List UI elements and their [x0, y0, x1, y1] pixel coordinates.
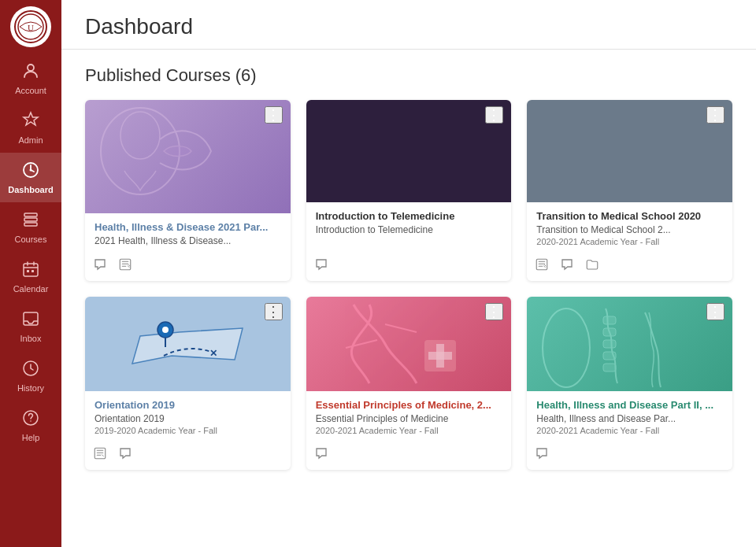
sidebar-item-dashboard[interactable]: Dashboard	[0, 153, 61, 202]
svg-rect-27	[428, 352, 452, 360]
svg-point-17	[120, 112, 160, 159]
course-1-actions	[85, 253, 291, 281]
svg-point-23	[162, 327, 169, 333]
calendar-icon	[21, 260, 40, 282]
course-1-title[interactable]: Health, Illness & Disease 2021 Par...	[94, 221, 281, 233]
svg-point-3	[28, 65, 34, 71]
course-4-info: Orientation 2019 Orientation 2019 2019-2…	[85, 391, 291, 442]
course-4-actions	[85, 442, 291, 470]
sidebar-item-courses-label: Courses	[15, 235, 47, 244]
sidebar-item-help[interactable]: Help	[0, 401, 61, 450]
inbox-icon	[21, 309, 40, 331]
course-2-title[interactable]: Introduction to Telemedicine	[316, 210, 502, 222]
page-header: Dashboard	[61, 0, 756, 50]
course-1-info: Health, Illness & Disease 2021 Par... 20…	[85, 213, 291, 253]
courses-icon	[21, 210, 40, 232]
svg-text:✕: ✕	[209, 348, 217, 359]
svg-rect-6	[24, 213, 37, 216]
svg-point-5	[30, 169, 32, 172]
course-2-info: Introduction to Telemedicine Introductio…	[306, 202, 512, 253]
svg-rect-33	[603, 364, 616, 371]
university-logo: U	[10, 6, 51, 47]
course-2-comment-icon[interactable]	[314, 257, 328, 275]
course-thumb-6: ⋮	[527, 297, 732, 391]
sidebar-item-account[interactable]: Account	[0, 54, 61, 103]
sidebar-item-history[interactable]: History	[0, 351, 61, 401]
course-card-3: ⋮ Transition to Medical School 2020 Tran…	[527, 100, 732, 281]
course-card-1: ⋮ Health, Illness & Disease 2021 Par... …	[85, 100, 291, 281]
course-1-subtitle: 2021 Health, Illness & Disease...	[94, 235, 281, 246]
course-2-subtitle: Introduction to Telemedicine	[316, 224, 502, 235]
dashboard-icon	[21, 161, 40, 183]
course-5-info: Essential Principles of Medicine, 2... E…	[306, 391, 512, 442]
course-1-more-button[interactable]: ⋮	[265, 106, 283, 124]
course-4-edit-icon[interactable]	[93, 446, 107, 464]
svg-point-15	[30, 420, 32, 422]
course-6-meta: 2020-2021 Academic Year - Fall	[536, 426, 723, 435]
course-2-more-button[interactable]: ⋮	[485, 106, 503, 124]
course-6-more-button[interactable]: ⋮	[706, 303, 724, 320]
svg-rect-11	[32, 270, 34, 272]
course-thumb-1: ⋮	[85, 100, 291, 213]
courses-grid: ⋮ Health, Illness & Disease 2021 Par... …	[85, 100, 732, 470]
course-5-actions	[306, 442, 512, 470]
admin-icon	[21, 111, 40, 133]
course-3-title[interactable]: Transition to Medical School 2020	[536, 210, 723, 222]
svg-point-28	[543, 309, 590, 387]
course-6-comment-icon[interactable]	[535, 446, 549, 464]
course-4-subtitle: Orientation 2019	[94, 413, 281, 424]
course-6-title[interactable]: Health, Illness and Disease Part II, ...	[536, 399, 723, 411]
svg-rect-18	[120, 259, 131, 270]
course-card-4: ✕ ⋮ Orientation 2019 Orientation 2019 20…	[85, 297, 291, 470]
sidebar-item-calendar[interactable]: Calendar	[0, 252, 61, 301]
course-3-comment-icon[interactable]	[560, 257, 574, 275]
course-thumb-5: ⋮	[306, 297, 512, 391]
course-thumb-3: ⋮	[527, 100, 732, 202]
svg-rect-19	[537, 259, 548, 270]
course-4-more-button[interactable]: ⋮	[265, 303, 283, 320]
sidebar-item-inbox[interactable]: Inbox	[0, 301, 61, 351]
main-content: Dashboard Published Courses (6) ⋮	[61, 0, 756, 547]
course-6-subtitle: Health, Illness and Disease Par...	[536, 413, 723, 424]
sidebar-item-history-label: History	[17, 383, 44, 393]
sidebar-item-admin-label: Admin	[18, 135, 43, 145]
course-thumb-4: ✕ ⋮	[85, 297, 291, 391]
course-1-edit-icon[interactable]	[118, 257, 132, 275]
course-5-more-button[interactable]: ⋮	[485, 303, 503, 320]
course-1-comment-icon[interactable]	[93, 257, 107, 275]
course-card-2: ⋮ Introduction to Telemedicine Introduct…	[306, 100, 512, 281]
page-title: Dashboard	[85, 14, 732, 39]
sidebar-item-dashboard-label: Dashboard	[8, 185, 53, 194]
svg-rect-24	[94, 448, 106, 459]
course-5-comment-icon[interactable]	[314, 446, 328, 464]
svg-marker-20	[132, 328, 243, 364]
course-5-title[interactable]: Essential Principles of Medicine, 2...	[316, 399, 502, 411]
svg-rect-31	[603, 340, 616, 348]
svg-rect-32	[603, 352, 616, 360]
sidebar-item-account-label: Account	[15, 86, 46, 95]
svg-rect-8	[24, 223, 37, 226]
course-3-edit-icon[interactable]	[535, 257, 549, 275]
sidebar-item-admin[interactable]: Admin	[0, 103, 61, 153]
course-4-comment-icon[interactable]	[118, 446, 132, 464]
sidebar-item-calendar-label: Calendar	[13, 284, 49, 294]
course-6-actions	[527, 442, 732, 470]
course-3-meta: 2020-2021 Academic Year - Fall	[536, 237, 723, 246]
svg-rect-9	[24, 264, 38, 276]
sidebar-item-help-label: Help	[22, 433, 40, 442]
svg-rect-30	[603, 328, 616, 336]
course-4-title[interactable]: Orientation 2019	[94, 399, 281, 411]
sidebar-item-inbox-label: Inbox	[20, 334, 42, 343]
course-3-actions	[527, 253, 732, 281]
course-thumb-2: ⋮	[306, 100, 512, 202]
svg-rect-7	[24, 218, 37, 221]
course-6-info: Health, Illness and Disease Part II, ...…	[527, 391, 732, 442]
course-card-6: ⋮ Health, Illness and Disease Part II, .…	[527, 297, 732, 470]
sidebar-item-courses[interactable]: Courses	[0, 202, 61, 252]
course-4-meta: 2019-2020 Academic Year - Fall	[94, 426, 281, 435]
course-3-more-button[interactable]: ⋮	[706, 106, 724, 124]
course-3-folder-icon[interactable]	[585, 257, 599, 275]
account-icon	[21, 61, 40, 83]
svg-text:U: U	[28, 23, 34, 32]
course-5-meta: 2020-2021 Academic Year - Fall	[316, 426, 502, 435]
